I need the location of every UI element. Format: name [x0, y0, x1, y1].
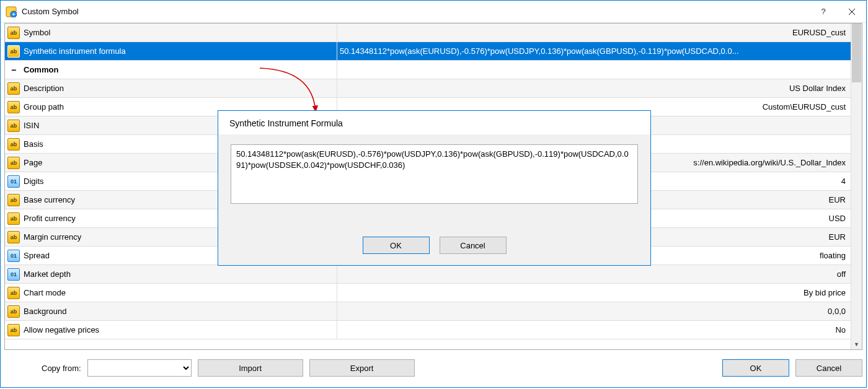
dialog-cancel-button[interactable]: Cancel: [440, 237, 507, 254]
number-field-icon: 01: [7, 268, 20, 281]
value: 4: [841, 177, 846, 186]
app-icon: [6, 6, 17, 17]
row-market-depth[interactable]: 01Market depth off: [5, 265, 851, 284]
import-button[interactable]: Import: [198, 359, 303, 377]
label: Spread: [24, 251, 50, 260]
text-field-icon: ab: [7, 231, 20, 243]
dialog-title: Synthetic Instrument Formula: [218, 111, 650, 134]
window-title: Custom Symbol: [22, 7, 79, 16]
label: ISIN: [24, 121, 39, 130]
label: Profit currency: [24, 214, 76, 223]
text-field-icon: ab: [7, 194, 20, 206]
value: EUR: [829, 195, 846, 204]
close-button[interactable]: [838, 1, 866, 22]
text-field-icon: ab: [7, 212, 20, 225]
row-description[interactable]: abDescription US Dollar Index: [5, 79, 851, 98]
vertical-scrollbar[interactable]: ▲ ▼: [851, 24, 862, 349]
row-synthetic-formula[interactable]: abSynthetic instrument formula 50.143481…: [5, 42, 851, 61]
text-field-icon: ab: [7, 27, 20, 39]
value: EUR: [829, 232, 846, 242]
row-category-common[interactable]: −Common: [5, 61, 851, 79]
number-field-icon: 01: [7, 175, 20, 188]
scroll-down-icon[interactable]: ▼: [851, 339, 862, 349]
value: off: [837, 269, 846, 279]
text-field-icon: ab: [7, 138, 20, 151]
value: Custom\EURUSD_cust: [763, 102, 846, 111]
row-background[interactable]: abBackground 0,0,0: [5, 302, 851, 321]
label: Background: [24, 307, 66, 316]
text-field-icon: ab: [7, 82, 20, 95]
label: Margin currency: [24, 232, 81, 242]
copy-from-select[interactable]: [87, 359, 192, 377]
label: Allow negative prices: [24, 325, 99, 334]
dialog-ok-button[interactable]: OK: [363, 237, 430, 254]
custom-symbol-window: Custom Symbol ? abSymbol EURUSD_cust abS…: [0, 0, 867, 388]
cancel-button[interactable]: Cancel: [795, 359, 862, 377]
collapse-icon[interactable]: −: [7, 64, 20, 76]
row-symbol[interactable]: abSymbol EURUSD_cust: [5, 24, 851, 42]
formula-textarea[interactable]: [231, 144, 638, 204]
formula-dialog: Synthetic Instrument Formula OK Cancel: [218, 110, 651, 266]
text-field-icon: ab: [7, 287, 20, 299]
value: By bid price: [804, 288, 846, 297]
text-field-icon: ab: [7, 324, 20, 336]
number-field-icon: 01: [7, 250, 20, 262]
copy-from-label: Copy from:: [42, 364, 81, 373]
label: Base currency: [24, 195, 75, 204]
value: USD: [829, 214, 846, 223]
row-allow-negative[interactable]: abAllow negative prices No: [5, 321, 851, 339]
text-field-icon: ab: [7, 120, 20, 132]
text-field-icon: ab: [7, 45, 20, 58]
label: Basis: [24, 139, 43, 149]
help-button[interactable]: ?: [809, 1, 838, 22]
label: Synthetic instrument formula: [24, 46, 126, 56]
label: Common: [24, 65, 58, 74]
row-chart-mode[interactable]: abChart mode By bid price: [5, 284, 851, 302]
label: Page: [24, 158, 42, 167]
value: 50.14348112*pow(ask(EURUSD),-0.576)*pow(…: [340, 46, 739, 56]
label: Symbol: [24, 28, 50, 37]
footer-bar: Copy from: Import Export OK Cancel: [4, 356, 862, 380]
text-field-icon: ab: [7, 305, 20, 318]
value: No: [835, 325, 846, 334]
scroll-thumb[interactable]: [852, 24, 861, 82]
label: Market depth: [24, 269, 71, 279]
titlebar: Custom Symbol ?: [1, 1, 866, 23]
label: Digits: [24, 177, 44, 186]
label: Chart mode: [24, 288, 66, 297]
value: s://en.wikipedia.org/wiki/U.S._Dollar_In…: [693, 158, 846, 167]
label: Group path: [24, 102, 64, 111]
label: Description: [24, 84, 64, 93]
svg-rect-3: [14, 12, 14, 15]
value: floating: [820, 251, 846, 260]
export-button[interactable]: Export: [309, 359, 415, 377]
text-field-icon: ab: [7, 101, 20, 113]
value: 0,0,0: [828, 307, 846, 316]
ok-button[interactable]: OK: [722, 359, 789, 377]
text-field-icon: ab: [7, 157, 20, 169]
value: US Dollar Index: [789, 84, 846, 93]
value: EURUSD_cust: [792, 28, 846, 37]
